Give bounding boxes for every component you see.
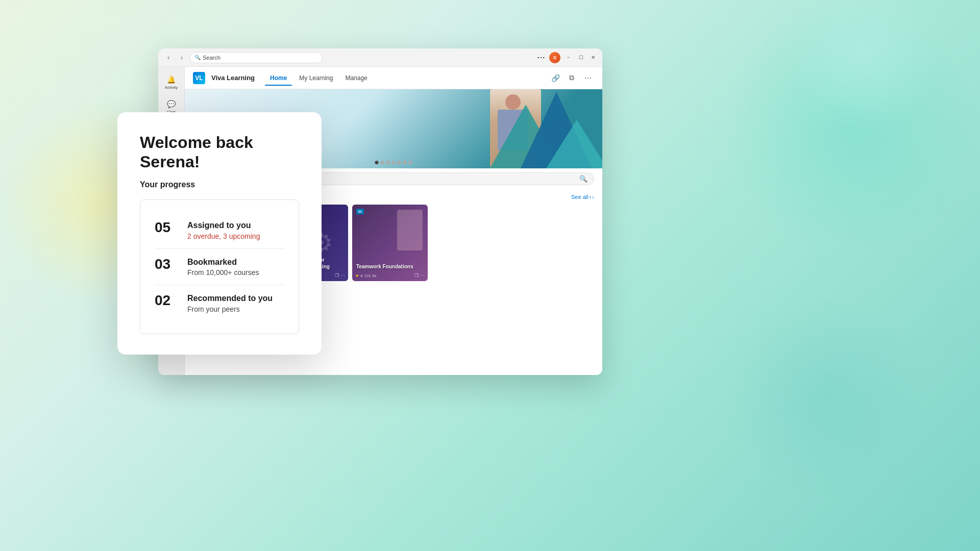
back-button[interactable]: ‹ <box>163 53 174 63</box>
app-logo: VL <box>193 72 205 84</box>
forward-button[interactable]: › <box>177 53 187 63</box>
maximize-button[interactable]: ☐ <box>577 54 585 62</box>
hero-triangles <box>459 89 602 168</box>
card-3-share-icon[interactable]: ❐ <box>414 273 419 278</box>
welcome-title: Welcome back Serena! <box>140 133 299 172</box>
browser-titlebar: ‹ › 🔍 Search ⋯ S − ☐ ✕ <box>158 48 602 67</box>
app-header: VL Viva Learning Home My Learning Manage… <box>185 67 602 89</box>
more-options-icon[interactable]: ⋯ <box>537 53 545 62</box>
logo-text: VL <box>195 74 203 82</box>
bookmarked-info: Bookmarked From 10,000+ courses <box>187 257 259 277</box>
recommended-main: Recommended to you <box>187 293 273 304</box>
progress-item-bookmarked: 03 Bookmarked From 10,000+ courses <box>155 248 284 285</box>
chat-icon: 💬 <box>167 99 176 109</box>
assigned-sub: 2 overdue, 3 upcoming <box>187 232 260 240</box>
hero-dot-2[interactable] <box>381 161 384 164</box>
progress-item-recommended: 02 Recommended to you From your peers <box>155 285 284 321</box>
tab-home[interactable]: Home <box>265 72 292 84</box>
welcome-card: Welcome back Serena! Your progress 05 As… <box>117 112 322 355</box>
more-icon[interactable]: ⋯ <box>582 72 594 84</box>
app-name: Viva Learning <box>211 74 255 82</box>
recommended-info: Recommended to you From your peers <box>187 293 273 313</box>
recommended-sub: From your peers <box>187 305 273 313</box>
card-3-rating: 4 <box>360 273 362 278</box>
card-2-share-icon[interactable]: ❐ <box>335 273 339 278</box>
app-nav: Home My Learning Manage <box>265 72 373 84</box>
card-3-title: Teamwork Foundations <box>356 263 424 270</box>
titlebar-controls: ⋯ S − ☐ ✕ <box>537 52 597 63</box>
hero-dot-4[interactable] <box>392 161 396 164</box>
tab-my-learning[interactable]: My Learning <box>294 72 338 84</box>
card-3-count: 101.9k <box>364 273 376 278</box>
hero-dot-5[interactable] <box>398 161 401 164</box>
hero-dot-1[interactable] <box>375 161 379 164</box>
bookmarked-sub: From 10,000+ courses <box>187 268 259 277</box>
search-icon: 🔍 <box>194 55 201 60</box>
address-bar[interactable]: 🔍 Search <box>190 52 323 63</box>
progress-label: Your progress <box>140 180 299 189</box>
address-text: Search <box>203 55 220 61</box>
card-3-more-icon[interactable]: ⋯ <box>420 273 425 278</box>
bookmarked-main: Bookmarked <box>187 257 259 268</box>
progress-item-assigned: 05 Assigned to you 2 overdue, 3 upcoming <box>155 212 284 248</box>
assigned-info: Assigned to you 2 overdue, 3 upcoming <box>187 220 260 240</box>
bg-blob-green <box>725 0 980 255</box>
course-card-3[interactable]: in Teamwork Foundations ★ 4 101.9k ❐ ⋯ <box>352 205 428 281</box>
hero-dot-3[interactable] <box>386 161 390 164</box>
bookmarked-number: 03 <box>155 257 177 271</box>
sidebar-item-activity[interactable]: 🔔 Activity <box>161 71 182 93</box>
hero-dot-6[interactable] <box>403 161 407 164</box>
chevron-left-icon: ‹ <box>590 194 592 200</box>
bg-blob-teal <box>725 296 929 500</box>
browser-nav: ‹ › 🔍 Search <box>163 52 533 63</box>
assigned-number: 05 <box>155 220 177 235</box>
hero-dot-7[interactable] <box>409 161 412 164</box>
progress-box: 05 Assigned to you 2 overdue, 3 upcoming… <box>140 199 299 334</box>
minimize-button[interactable]: − <box>565 54 573 62</box>
activity-icon: 🔔 <box>167 75 176 84</box>
activity-label: Activity <box>165 85 178 90</box>
hero-dots <box>375 161 412 164</box>
expand-icon[interactable]: ⧉ <box>566 72 578 84</box>
recommended-number: 02 <box>155 293 177 308</box>
card-2-more-icon[interactable]: ⋯ <box>340 273 345 278</box>
assigned-main: Assigned to you <box>187 220 260 231</box>
chevron-right-icon: › <box>592 194 594 200</box>
close-button[interactable]: ✕ <box>589 54 597 62</box>
see-all-link[interactable]: See all ‹ › <box>571 194 594 200</box>
search-button[interactable]: 🔍 <box>579 175 587 183</box>
tab-manage[interactable]: Manage <box>340 72 372 84</box>
header-actions: 🔗 ⧉ ⋯ <box>549 72 594 84</box>
link-icon[interactable]: 🔗 <box>549 72 561 84</box>
user-avatar[interactable]: S <box>549 52 560 63</box>
